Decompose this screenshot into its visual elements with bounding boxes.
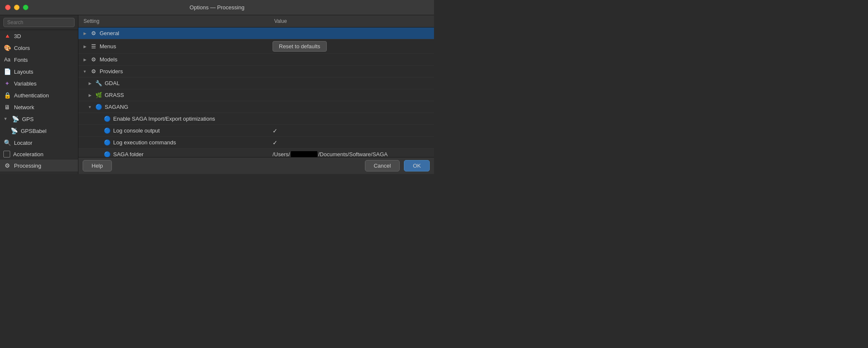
help-button[interactable]: Help	[83, 160, 112, 171]
sidebar-item-locator-label: Locator	[14, 140, 32, 146]
saga-folder-redacted	[291, 151, 317, 157]
close-button[interactable]	[5, 5, 11, 10]
reset-defaults-button[interactable]: Reset to defaults	[273, 41, 327, 52]
saga-import-icon: 🔵	[104, 116, 111, 122]
sagang-expand-icon[interactable]: ▼	[87, 104, 93, 110]
sidebar-item-gpsbabel[interactable]: 📡 GPSBabel	[0, 125, 78, 137]
maximize-button[interactable]	[23, 5, 28, 10]
sidebar-item-variables-label: Variables	[14, 80, 36, 87]
general-label: General	[100, 30, 119, 36]
row-value-sagang	[269, 105, 434, 109]
sidebar-item-variables[interactable]: ✦ Variables	[0, 77, 78, 89]
sidebar-item-gps-label: GPS	[22, 116, 33, 122]
authentication-icon: 🔒	[3, 91, 11, 99]
table-row-saga-folder[interactable]: 🔵 SAGA folder /Users/ /Documents/Softwar…	[78, 149, 434, 157]
network-icon: 🖥	[3, 103, 11, 111]
row-setting-log-console: 🔵 Log console output	[78, 126, 269, 136]
sidebar-item-acceleration[interactable]: Acceleration	[0, 149, 78, 160]
sidebar-item-authentication-label: Authentication	[14, 92, 49, 99]
table-header: Setting Value	[78, 15, 434, 28]
row-value-general	[269, 32, 434, 35]
row-setting-grass: ▶ 🌿 GRASS	[78, 90, 269, 100]
minimize-button[interactable]	[14, 5, 19, 10]
menus-expand-icon[interactable]: ▶	[82, 44, 88, 50]
table-row-saga-import[interactable]: 🔵 Enable SAGA Import/Export optimization…	[78, 113, 434, 125]
title-bar: Options — Processing	[0, 0, 434, 15]
table-row-log-exec[interactable]: 🔵 Log execution commands ✓	[78, 137, 434, 149]
table-row-gdal[interactable]: ▶ 🔧 GDAL	[78, 77, 434, 89]
sidebar-item-layouts-label: Layouts	[14, 69, 33, 75]
fonts-icon: Aa	[3, 56, 11, 64]
row-value-log-console: ✓	[269, 126, 434, 136]
search-input[interactable]	[3, 18, 75, 27]
locator-icon: 🔍	[3, 139, 11, 146]
sidebar-item-network-label: Network	[14, 104, 34, 110]
menus-label: Menus	[100, 43, 116, 50]
general-icon: ⚙	[90, 30, 97, 37]
sidebar-item-gpsbabel-label: GPSBabel	[21, 128, 47, 134]
grass-icon: 🌿	[95, 92, 102, 99]
sidebar-item-ide[interactable]: ▼ 📋 IDE	[0, 171, 78, 174]
row-value-saga-folder: /Users/ /Documents/Software/SAGA	[269, 149, 434, 157]
row-setting-providers: ▼ ⚙ Providers	[78, 66, 269, 77]
footer-bar: Help Cancel OK	[78, 157, 434, 174]
table-row-menus[interactable]: ▶ ☰ Menus Reset to defaults	[78, 39, 434, 54]
log-exec-icon: 🔵	[104, 139, 111, 146]
sidebar-item-authentication[interactable]: 🔒 Authentication	[0, 89, 78, 101]
row-value-gdal	[269, 82, 434, 85]
cancel-button[interactable]: Cancel	[365, 160, 400, 171]
sidebar-item-fonts[interactable]: Aa Fonts	[0, 54, 78, 66]
setting-column-header: Setting	[78, 17, 269, 25]
sidebar-item-colors[interactable]: 🎨 Colors	[0, 42, 78, 54]
providers-expand-icon[interactable]: ▼	[82, 69, 88, 75]
gdal-expand-icon[interactable]: ▶	[87, 80, 93, 86]
models-expand-icon[interactable]: ▶	[82, 57, 88, 63]
models-label: Models	[100, 56, 117, 63]
row-value-grass	[269, 94, 434, 97]
main-layout: 🔺 3D 🎨 Colors Aa Fonts 📄 Layouts ✦ Varia…	[0, 15, 434, 174]
sidebar-item-network[interactable]: 🖥 Network	[0, 101, 78, 113]
providers-label: Providers	[100, 68, 123, 75]
table-row-providers[interactable]: ▼ ⚙ Providers	[78, 66, 434, 77]
row-setting-saga-import: 🔵 Enable SAGA Import/Export optimization…	[78, 114, 269, 124]
saga-folder-label: SAGA folder	[113, 151, 144, 157]
table-row-sagang[interactable]: ▼ 🔵 SAGANG	[78, 101, 434, 113]
row-setting-gdal: ▶ 🔧 GDAL	[78, 78, 269, 88]
3d-icon: 🔺	[3, 32, 11, 40]
footer-actions: Cancel OK	[365, 160, 430, 171]
log-console-label: Log console output	[113, 127, 160, 134]
sagang-label: SAGANG	[105, 104, 128, 110]
sidebar-item-processing[interactable]: ⚙ Processing	[0, 160, 78, 171]
sidebar-item-gps[interactable]: ▼ 📡 GPS	[0, 113, 78, 125]
gpsbabel-icon: 📡	[10, 127, 18, 135]
row-setting-log-exec: 🔵 Log execution commands	[78, 138, 269, 148]
row-setting-saga-folder: 🔵 SAGA folder	[78, 149, 269, 157]
sidebar-list: 🔺 3D 🎨 Colors Aa Fonts 📄 Layouts ✦ Varia…	[0, 30, 78, 174]
gdal-icon: 🔧	[95, 80, 102, 87]
grass-expand-icon[interactable]: ▶	[87, 92, 93, 98]
table-row-log-console[interactable]: 🔵 Log console output ✓	[78, 125, 434, 137]
table-row-grass[interactable]: ▶ 🌿 GRASS	[78, 89, 434, 101]
acceleration-icon	[3, 151, 10, 157]
menus-icon: ☰	[90, 43, 97, 50]
sidebar-item-locator[interactable]: 🔍 Locator	[0, 137, 78, 149]
table-row-general[interactable]: ▶ ⚙ General	[78, 28, 434, 39]
general-expand-icon[interactable]: ▶	[82, 30, 88, 36]
row-setting-models: ▶ ⚙ Models	[78, 55, 269, 65]
table-row-models[interactable]: ▶ ⚙ Models	[78, 54, 434, 66]
grass-label: GRASS	[105, 92, 124, 98]
sidebar-item-colors-label: Colors	[14, 45, 30, 51]
sidebar-item-acceleration-label: Acceleration	[13, 151, 44, 157]
sidebar-item-3d[interactable]: 🔺 3D	[0, 30, 78, 42]
row-value-log-exec: ✓	[269, 138, 434, 148]
ide-icon: 📋	[11, 174, 19, 174]
row-value-menus: Reset to defaults	[269, 39, 434, 53]
sidebar-item-layouts[interactable]: 📄 Layouts	[0, 66, 78, 77]
saga-folder-icon: 🔵	[104, 151, 111, 157]
models-icon: ⚙	[90, 56, 97, 63]
processing-icon: ⚙	[3, 162, 11, 169]
ok-button[interactable]: OK	[404, 160, 430, 171]
row-setting-sagang: ▼ 🔵 SAGANG	[78, 102, 269, 112]
sidebar: 🔺 3D 🎨 Colors Aa Fonts 📄 Layouts ✦ Varia…	[0, 15, 78, 174]
window-controls	[5, 5, 28, 10]
